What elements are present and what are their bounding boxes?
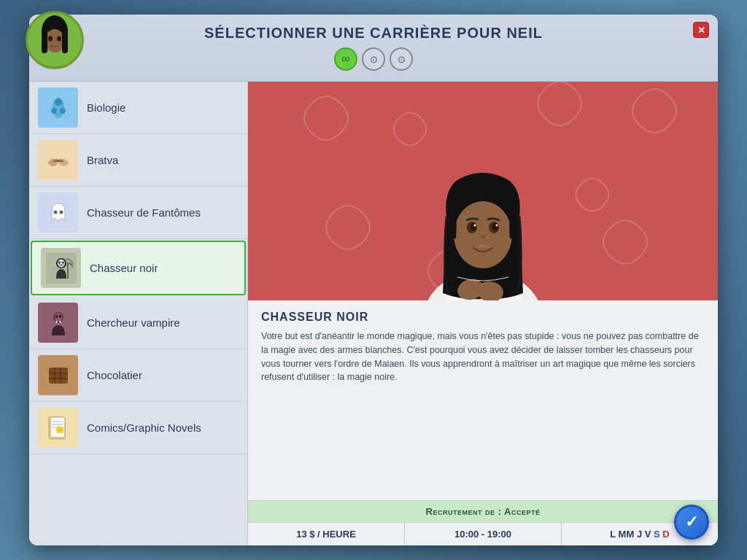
svg-point-17 (59, 210, 63, 214)
svg-point-47 (471, 223, 476, 230)
days-weekdays: L MM J V (610, 529, 654, 540)
svg-point-50 (496, 225, 498, 227)
career-item-chasseur-fantomes[interactable]: Chasseur de Fantômes (29, 187, 247, 239)
svg-point-27 (58, 315, 61, 318)
career-icon-chercheur-vampire (38, 303, 78, 343)
svg-point-26 (55, 315, 58, 318)
career-item-biologie[interactable]: Biologie (29, 82, 247, 134)
career-detail-panel: Chasseur noir Votre but est d'anéantir l… (248, 82, 718, 545)
career-name-chasseur-noir: Chasseur noir (90, 262, 158, 274)
career-icon-chocolatier (38, 355, 78, 395)
svg-point-49 (474, 225, 476, 227)
career-item-chercheur-vampire[interactable]: Chercheur vampire (29, 297, 247, 349)
days-saturday: S (654, 529, 660, 540)
career-icon-biologie (38, 88, 78, 128)
filter-all-btn[interactable]: ∞ (334, 47, 357, 71)
recruitment-status: Recrutement de : Accepté (248, 501, 718, 522)
career-name-chocolatier: Chocolatier (87, 369, 142, 381)
svg-point-48 (492, 223, 498, 230)
svg-point-14 (59, 159, 68, 166)
svg-point-44 (454, 201, 512, 268)
hours-cell: 10:00 - 19:00 (405, 523, 562, 545)
svg-point-11 (60, 108, 66, 114)
career-icon-bratva (38, 140, 78, 180)
career-image (248, 82, 718, 300)
filter-row: ∞ ⊙ ⊙ (44, 42, 703, 74)
career-name-bratva: Bratva (87, 154, 118, 166)
stats-row: 13 $ / HEURE 10:00 - 19:00 L MM J V S D (248, 522, 718, 545)
career-info-bar: Recrutement de : Accepté 13 $ / HEURE 10… (248, 500, 718, 545)
career-name-comics: Comics/Graphic Novels (87, 421, 201, 434)
svg-point-21 (58, 261, 61, 263)
career-name-chasseur-fantomes: Chasseur de Fantômes (87, 206, 201, 219)
career-item-comics[interactable]: Comics/Graphic Novels (29, 402, 247, 454)
avatar (26, 11, 84, 69)
svg-point-16 (53, 210, 57, 214)
svg-point-9 (55, 98, 62, 106)
svg-rect-29 (49, 368, 68, 384)
career-item-chasseur-noir[interactable]: Chasseur noir (31, 241, 246, 295)
filter-btn-1[interactable]: ⊙ (362, 47, 385, 71)
svg-point-5 (48, 36, 53, 42)
svg-point-13 (49, 159, 58, 166)
career-icon-chasseur-noir (41, 248, 81, 288)
filter-btn-2[interactable]: ⊙ (390, 47, 413, 71)
career-description-content: Chasseur noir Votre but est d'anéantir l… (248, 300, 718, 500)
svg-point-22 (62, 261, 64, 263)
modal-title: Sélectionner une carrière pour Neil (44, 25, 703, 42)
modal-body: Biologie Bratva (29, 82, 718, 545)
confirm-button[interactable]: ✓ (674, 505, 709, 540)
close-button[interactable]: ✕ (693, 22, 709, 38)
svg-rect-4 (62, 28, 68, 53)
selected-career-title: Chasseur noir (261, 311, 705, 324)
modal-header: Sélectionner une carrière pour Neil ∞ ⊙ … (29, 15, 718, 82)
career-name-chercheur-vampire: Chercheur vampire (87, 316, 180, 329)
salary-cell: 13 $ / HEURE (248, 523, 405, 545)
career-list: Biologie Bratva (29, 82, 248, 545)
character-illustration (248, 82, 718, 300)
svg-rect-3 (42, 28, 47, 53)
career-item-bratva[interactable]: Bratva (29, 134, 247, 187)
days-sunday: D (662, 529, 669, 540)
career-name-biologie: Biologie (87, 101, 125, 114)
career-selection-modal: Sélectionner une carrière pour Neil ∞ ⊙ … (29, 15, 718, 545)
svg-point-10 (51, 108, 57, 114)
career-icon-comics (38, 408, 78, 448)
selected-career-description: Votre but est d'anéantir le monde magiqu… (261, 330, 705, 384)
svg-point-6 (57, 36, 61, 42)
avatar-icon (28, 13, 82, 67)
svg-point-2 (44, 29, 65, 52)
career-icon-chasseur-fantomes (38, 192, 78, 233)
career-item-chocolatier[interactable]: Chocolatier (29, 349, 247, 402)
